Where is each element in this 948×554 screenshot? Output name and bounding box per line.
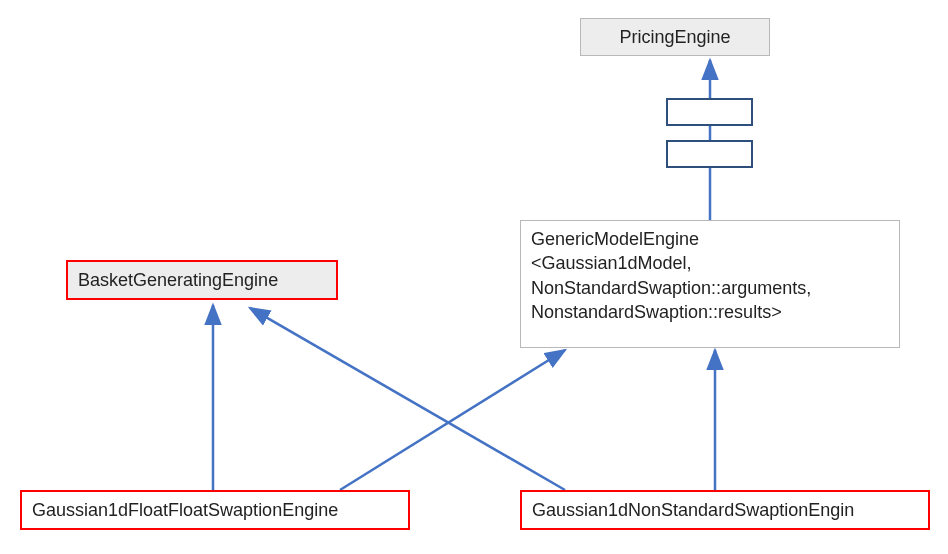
node-generic-model-engine-line3: NonStandardSwaption::arguments, bbox=[531, 276, 889, 300]
node-generic-model-engine: GenericModelEngine <Gaussian1dModel, Non… bbox=[520, 220, 900, 348]
node-gaussian-float-float-swaption-engine-label: Gaussian1dFloatFloatSwaptionEngine bbox=[32, 500, 338, 520]
svg-line-5 bbox=[250, 308, 565, 490]
node-basket-generating-engine: BasketGeneratingEngine bbox=[66, 260, 338, 300]
node-pricing-engine-label: PricingEngine bbox=[619, 27, 730, 47]
node-generic-model-engine-line1: GenericModelEngine bbox=[531, 227, 889, 251]
node-basket-generating-engine-label: BasketGeneratingEngine bbox=[78, 270, 278, 290]
node-generic-model-engine-line4: NonstandardSwaption::results> bbox=[531, 300, 889, 324]
node-generic-model-engine-line2: <Gaussian1dModel, bbox=[531, 251, 889, 275]
svg-line-4 bbox=[340, 350, 565, 490]
class-port-rect-upper bbox=[666, 98, 753, 126]
node-pricing-engine: PricingEngine bbox=[580, 18, 770, 56]
node-gaussian-float-float-swaption-engine: Gaussian1dFloatFloatSwaptionEngine bbox=[20, 490, 410, 530]
node-gaussian-nonstandard-swaption-engine-label: Gaussian1dNonStandardSwaptionEngin bbox=[532, 500, 854, 520]
node-gaussian-nonstandard-swaption-engine: Gaussian1dNonStandardSwaptionEngin bbox=[520, 490, 930, 530]
class-port-rect-lower bbox=[666, 140, 753, 168]
